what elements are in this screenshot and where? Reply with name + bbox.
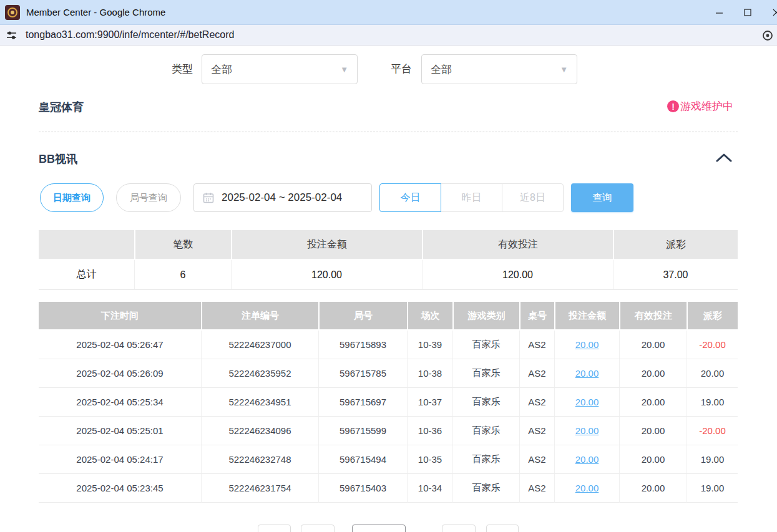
round-id: 596715403 (318, 474, 407, 503)
bet-id: 522246234951 (201, 388, 318, 417)
platform-filter-select[interactable]: 全部 ▼ (421, 54, 577, 84)
bet-time: 2025-02-04 05:25:34 (39, 388, 201, 417)
url-text[interactable]: tongbao31.com:9900/infe/mcenter/#/betRec… (26, 29, 234, 41)
bet-time: 2025-02-04 05:24:17 (39, 445, 201, 474)
valid-bet: 20.00 (619, 359, 687, 388)
chevron-down-icon: ▼ (340, 65, 348, 74)
bet-table-body: 2025-02-04 05:26:47 522246237000 5967158… (39, 331, 738, 503)
table-row: 2025-02-04 05:23:45 522246231754 5967154… (39, 474, 738, 503)
table-no: AS2 (519, 388, 554, 417)
bb-video-title: BB视讯 (39, 152, 77, 167)
pagination-button[interactable] (301, 525, 335, 532)
collapse-chevron-up-icon[interactable] (715, 153, 733, 163)
bet-amount-link[interactable]: 20.00 (575, 368, 599, 379)
summary-header-row: 笔数 投注金额 有效投注 派彩 (39, 230, 738, 260)
filter-row: 类型 全部 ▼ 平台 全部 ▼ (0, 54, 777, 84)
summary-header-valid-bet: 有效投注 (422, 230, 613, 260)
window-titlebar: Member Center - Google Chrome (0, 0, 777, 25)
bet-amount-link[interactable]: 20.00 (575, 454, 599, 465)
summary-count: 6 (134, 260, 231, 290)
payout: -20.00 (687, 331, 738, 359)
header-bet-amount: 投注金额 (554, 302, 619, 331)
valid-bet: 20.00 (619, 445, 687, 474)
round-id: 596715494 (318, 445, 407, 474)
round-query-tab[interactable]: 局号查询 (116, 183, 181, 212)
crown-sports-title: 皇冠体育 (39, 100, 84, 115)
summary-header-count: 笔数 (134, 230, 231, 260)
maintenance-text: 游戏维护中 (680, 99, 733, 114)
bet-table-header-row: 下注时间 注单编号 局号 场次 游戏类别 桌号 投注金额 有效投注 派彩 (39, 302, 738, 331)
pagination-button[interactable] (442, 525, 476, 532)
header-bet-time: 下注时间 (39, 302, 201, 331)
bet-id: 522246237000 (201, 331, 318, 359)
summary-table: 笔数 投注金额 有效投注 派彩 总计 6 120.00 120.00 37.00 (39, 230, 738, 290)
type-filter-value: 全部 (211, 62, 232, 77)
type-filter-label: 类型 (172, 54, 193, 84)
target-icon[interactable] (762, 30, 773, 41)
game-type: 百家乐 (452, 388, 519, 417)
bet-time: 2025-02-04 05:26:47 (39, 331, 201, 359)
valid-bet: 20.00 (619, 388, 687, 417)
game-type: 百家乐 (452, 417, 519, 445)
table-row: 2025-02-04 05:24:17 522246232748 5967154… (39, 445, 738, 474)
header-bet-id: 注单编号 (201, 302, 318, 331)
bet-id: 522246232748 (201, 445, 318, 474)
summary-header-bet-amount: 投注金额 (231, 230, 422, 260)
minimize-button[interactable] (705, 0, 733, 25)
maximize-button[interactable] (733, 0, 762, 25)
bet-id: 522246235952 (201, 359, 318, 388)
round-id: 596715785 (318, 359, 407, 388)
table-no: AS2 (519, 445, 554, 474)
address-bar[interactable]: tongbao31.com:9900/infe/mcenter/#/betRec… (0, 25, 777, 46)
header-session: 场次 (407, 302, 452, 331)
pagination-button[interactable] (258, 525, 291, 532)
payout: 19.00 (687, 388, 738, 417)
close-button[interactable] (762, 0, 777, 25)
bet-amount-link[interactable]: 20.00 (575, 483, 599, 493)
pagination-page-size-select[interactable] (352, 525, 406, 532)
bet-time: 2025-02-04 05:23:45 (39, 474, 201, 503)
yesterday-button[interactable]: 昨日 (441, 183, 502, 212)
payout: 19.00 (687, 474, 738, 503)
window-title: Member Center - Google Chrome (26, 7, 165, 17)
bet-time: 2025-02-04 05:25:01 (39, 417, 201, 445)
bet-amount-link[interactable]: 20.00 (575, 397, 599, 407)
chevron-down-icon: ▼ (560, 65, 568, 74)
maintenance-badge: ! 游戏维护中 (667, 99, 733, 114)
session: 10-34 (407, 474, 452, 503)
header-round-id: 局号 (318, 302, 407, 331)
bet-time: 2025-02-04 05:26:09 (39, 359, 201, 388)
site-settings-tune-icon[interactable] (6, 30, 17, 41)
search-button[interactable]: 查询 (571, 183, 633, 212)
header-game-type: 游戏类别 (452, 302, 519, 331)
table-row: 2025-02-04 05:26:47 522246237000 5967158… (39, 331, 738, 359)
platform-filter-value: 全部 (431, 62, 452, 77)
table-no: AS2 (519, 474, 554, 503)
date-query-tab[interactable]: 日期查询 (40, 183, 104, 212)
bet-id: 522246231754 (201, 474, 318, 503)
today-button[interactable]: 今日 (379, 183, 441, 212)
round-id: 596715893 (318, 331, 407, 359)
summary-payout: 37.00 (613, 260, 738, 290)
round-id: 596715599 (318, 417, 407, 445)
header-payout: 派彩 (687, 302, 738, 331)
session: 10-39 (407, 331, 452, 359)
bet-amount-link[interactable]: 20.00 (575, 425, 599, 436)
site-favicon-icon (5, 5, 20, 20)
date-range-picker[interactable]: 2025-02-04 ~ 2025-02-04 (193, 183, 372, 212)
pagination-button[interactable] (486, 525, 519, 532)
bet-amount-cell: 20.00 (554, 417, 619, 445)
header-valid-bet: 有效投注 (619, 302, 687, 331)
summary-bet-amount: 120.00 (231, 260, 422, 290)
bet-amount-link[interactable]: 20.00 (575, 339, 599, 350)
round-id: 596715697 (318, 388, 407, 417)
last-8-days-button[interactable]: 近8日 (502, 183, 564, 212)
game-type: 百家乐 (452, 445, 519, 474)
game-type: 百家乐 (452, 331, 519, 359)
summary-header-payout: 派彩 (613, 230, 738, 260)
game-type: 百家乐 (452, 359, 519, 388)
type-filter-select[interactable]: 全部 ▼ (202, 54, 358, 84)
table-row: 2025-02-04 05:25:34 522246234951 5967156… (39, 388, 738, 417)
valid-bet: 20.00 (619, 417, 687, 445)
query-bar: 日期查询 局号查询 2025-02-04 ~ 2025-02-04 今日 昨日 … (0, 183, 777, 212)
